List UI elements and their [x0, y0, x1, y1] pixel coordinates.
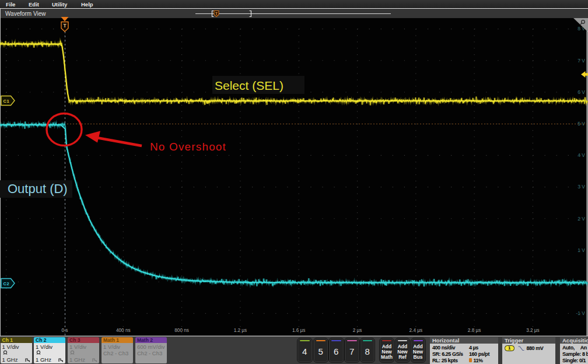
svg-text:-1 V: -1 V: [576, 310, 585, 316]
svg-text:6 V: 6 V: [578, 89, 585, 95]
svg-text:4 V: 4 V: [578, 152, 585, 158]
svg-text:C 2: C 2: [3, 281, 9, 286]
svg-text:2 V: 2 V: [578, 216, 585, 222]
svg-text:800 ns: 800 ns: [174, 328, 189, 333]
svg-text:1 V: 1 V: [578, 247, 585, 253]
svg-text:3 V: 3 V: [578, 184, 585, 190]
svg-text:T: T: [215, 12, 218, 16]
svg-text:Output (D): Output (D): [8, 181, 68, 196]
svg-text:3.2 µs: 3.2 µs: [526, 328, 539, 333]
svg-text:No Overshoot: No Overshoot: [150, 141, 226, 153]
svg-text:2 µs: 2 µs: [353, 328, 362, 333]
svg-text:7 V: 7 V: [578, 58, 585, 64]
svg-text:T: T: [63, 23, 66, 29]
svg-text:2.4 µs: 2.4 µs: [410, 328, 422, 333]
svg-text:2.8 µs: 2.8 µs: [468, 328, 481, 333]
svg-text:1.2 µs: 1.2 µs: [234, 328, 247, 333]
svg-text:Select (SEL): Select (SEL): [215, 79, 284, 92]
svg-text:1.6 µs: 1.6 µs: [292, 328, 305, 333]
svg-text:400 ns: 400 ns: [116, 328, 131, 333]
svg-text:C 1: C 1: [3, 99, 9, 104]
